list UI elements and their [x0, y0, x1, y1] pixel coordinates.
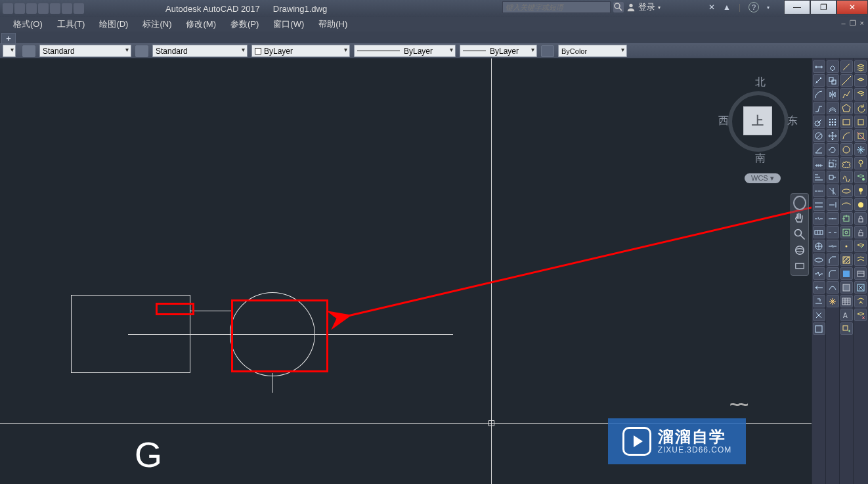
menu-parametric[interactable]: 参数(P) [230, 18, 259, 30]
layer-dropdown-small[interactable] [3, 45, 16, 57]
break-at-point-icon[interactable] [827, 212, 839, 225]
hatch-icon[interactable] [840, 253, 853, 266]
blend-icon[interactable] [827, 281, 839, 294]
nav-orbit-button[interactable] [793, 244, 806, 257]
dimedit-icon[interactable] [813, 281, 825, 294]
close-button[interactable]: ✕ [836, 0, 868, 14]
chamfer-icon[interactable] [827, 253, 839, 266]
exchange-icon[interactable]: ✕ [708, 3, 715, 12]
entity-line[interactable] [190, 311, 231, 311]
ellipse-icon[interactable] [840, 185, 853, 197]
line-icon[interactable] [840, 60, 853, 73]
copy-icon[interactable] [827, 74, 839, 87]
scale-icon[interactable] [827, 157, 839, 169]
mtext-icon[interactable]: A [840, 309, 853, 321]
nav-showmotion-button[interactable] [793, 259, 806, 273]
qat-icon[interactable] [14, 3, 25, 14]
nav-wheel-button[interactable] [793, 196, 806, 209]
radius-dimension-icon[interactable] [813, 116, 825, 128]
viewcube-face-top[interactable]: 上 [743, 106, 772, 135]
layer-walk-icon[interactable] [854, 267, 867, 280]
change-to-current-layer-icon[interactable] [854, 240, 867, 252]
qat-icon[interactable] [26, 3, 37, 14]
gradient-icon[interactable] [840, 267, 853, 280]
mirror-icon[interactable] [827, 88, 839, 100]
baseline-dimension-icon[interactable] [813, 171, 825, 183]
layer-on-icon[interactable] [854, 185, 867, 197]
qat-icon[interactable] [74, 3, 84, 14]
xline-icon[interactable] [840, 74, 853, 87]
inspect-icon[interactable] [813, 253, 825, 266]
make-block-icon[interactable] [840, 226, 853, 238]
layer-match-icon[interactable] [854, 88, 867, 100]
layer-isolate-icon[interactable] [854, 116, 867, 128]
drawing-area[interactable]: G 上 北 南 东 西 WCS ▾ ~ [0, 58, 812, 484]
insert-block-icon[interactable] [840, 212, 853, 225]
compass-south[interactable]: 南 [755, 152, 766, 165]
menu-format[interactable]: 格式(O) [13, 18, 43, 30]
jogged-linear-icon[interactable] [813, 267, 825, 280]
polygon-icon[interactable] [840, 102, 853, 114]
region-icon[interactable] [840, 281, 853, 294]
viewcube[interactable]: 上 北 南 东 西 WCS ▾ [718, 65, 804, 183]
menu-help[interactable]: 帮助(H) [318, 18, 347, 30]
spline-icon[interactable] [840, 171, 853, 183]
explode-icon[interactable] [827, 295, 839, 307]
menu-modify[interactable]: 修改(M) [186, 18, 216, 30]
text-style-select[interactable]: Standard [39, 45, 131, 57]
compass-west[interactable]: 西 [718, 114, 729, 128]
move-icon[interactable] [827, 129, 839, 142]
plotstyle-select[interactable]: ByColor [558, 45, 627, 57]
array-icon[interactable] [827, 116, 839, 128]
minimize-button[interactable]: — [784, 0, 810, 14]
dim-style-select[interactable]: Standard [152, 45, 248, 57]
layer-states-icon[interactable] [854, 74, 867, 87]
text-style-icon[interactable] [22, 45, 35, 57]
layer-make-current-icon[interactable] [854, 171, 867, 183]
arc-dimension-icon[interactable] [813, 88, 825, 100]
compass-north[interactable]: 北 [755, 76, 766, 89]
circle-icon[interactable] [840, 143, 853, 156]
menu-tools[interactable]: 工具(T) [57, 18, 85, 30]
ellipse-arc-icon[interactable] [840, 198, 853, 211]
entity-text-g[interactable]: G [135, 434, 162, 475]
layer-previous-icon[interactable] [854, 102, 867, 114]
dimspace-icon[interactable] [813, 198, 825, 211]
sign-in-button[interactable]: 登录 ▾ [626, 1, 661, 13]
entity-line[interactable] [272, 373, 272, 393]
color-select[interactable]: ByLayer [251, 45, 350, 57]
trim-icon[interactable] [827, 185, 839, 197]
table-icon[interactable] [840, 295, 853, 307]
doc-maximize[interactable]: ❐ [850, 19, 856, 28]
nav-pan-button[interactable] [793, 212, 806, 225]
break-icon[interactable] [827, 226, 839, 238]
menu-draw[interactable]: 绘图(D) [99, 18, 128, 30]
copy-to-layer-icon[interactable] [854, 253, 867, 266]
join-icon[interactable] [827, 240, 839, 252]
centermark-icon[interactable] [813, 240, 825, 252]
wcs-indicator[interactable]: WCS ▾ [745, 173, 781, 183]
dimstyle-update-icon[interactable] [813, 309, 825, 321]
rectangle-icon[interactable] [840, 116, 853, 128]
tolerance-icon[interactable] [813, 226, 825, 238]
lineweight-icon[interactable] [541, 45, 554, 57]
ordinate-dimension-icon[interactable] [813, 102, 825, 114]
layer-merge-icon[interactable] [854, 295, 867, 307]
dimbreak-icon[interactable] [813, 212, 825, 225]
layer-lock-icon[interactable] [854, 212, 867, 225]
angular-dimension-icon[interactable] [813, 143, 825, 156]
point-icon[interactable] [840, 240, 853, 252]
doc-minimize[interactable]: – [841, 19, 845, 28]
qat-icon[interactable] [50, 3, 60, 14]
dimstyle-icon[interactable] [813, 322, 825, 335]
offset-icon[interactable] [827, 102, 839, 114]
linetype-select[interactable]: ByLayer [354, 45, 456, 57]
layer-freeze-icon[interactable] [854, 143, 867, 156]
diameter-dimension-icon[interactable] [813, 129, 825, 142]
arc-icon[interactable] [840, 129, 853, 142]
lineweight-select[interactable]: ByLayer [460, 45, 537, 57]
layer-off-icon[interactable] [854, 157, 867, 169]
qat-icon[interactable] [3, 3, 13, 14]
linear-dimension-icon[interactable] [813, 60, 825, 73]
qat-icon[interactable] [38, 3, 49, 14]
